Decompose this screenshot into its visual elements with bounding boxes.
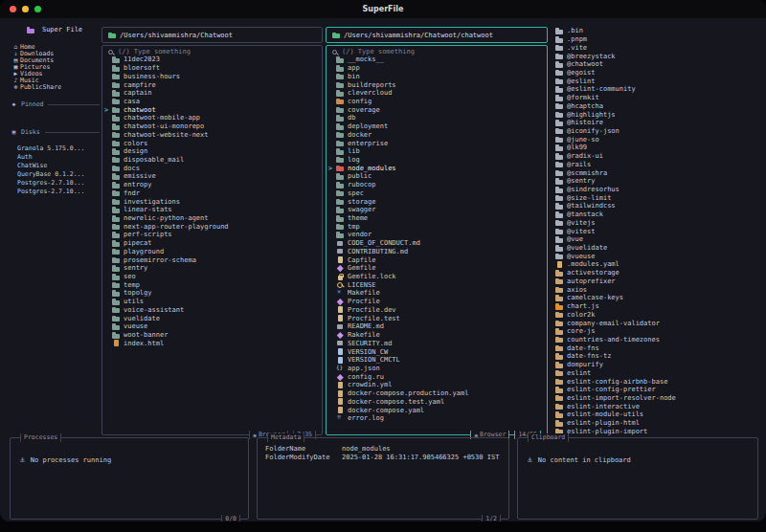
file-row[interactable]: > woot-banner [102, 331, 322, 340]
disk-item[interactable]: Auth [10, 152, 100, 161]
preview-row[interactable]: company-email-validator [553, 319, 760, 327]
preview-row[interactable]: eslint-plugin-import [553, 428, 760, 436]
preview-row[interactable]: @eslint [553, 77, 760, 85]
file-row[interactable]: > perf-scripts [102, 231, 322, 239]
preview-row[interactable]: .vite [553, 43, 760, 52]
file-row[interactable]: > topolgy [102, 289, 322, 298]
preview-row[interactable]: eslint-import-resolver-node [553, 394, 760, 403]
preview-row[interactable]: @eslint-community [553, 85, 760, 94]
file-row[interactable]: > emissive [102, 172, 322, 181]
file-row[interactable]: > README.md [327, 322, 547, 331]
preview-row[interactable]: date-fns-tz [553, 352, 760, 361]
file-row[interactable]: > next-app-router-playground [102, 222, 322, 231]
file-row[interactable]: > error.log [327, 414, 547, 423]
preview-row[interactable]: eslint-module-utils [553, 410, 760, 419]
file-row[interactable]: > seo [102, 273, 322, 281]
file-row[interactable]: > design [102, 147, 322, 156]
file-row[interactable]: > campfire [102, 80, 322, 89]
sidebar-item[interactable]: ⇓ Downloads [10, 51, 100, 57]
preview-row[interactable]: @egoist [553, 69, 760, 78]
preview-row[interactable]: dompurify [553, 361, 760, 369]
file-row[interactable]: > 11dec2023 [102, 55, 322, 64]
preview-row[interactable]: countries-and-timezones [553, 336, 760, 344]
file-row[interactable]: > public [327, 172, 547, 181]
file-row[interactable]: > vuelidate [102, 314, 322, 322]
sidebar-item[interactable]: ▤ Documents [10, 57, 100, 64]
file-row[interactable]: > CODE_OF_CONDUCT.md [327, 239, 547, 248]
preview-row[interactable]: @vitest [553, 227, 760, 235]
file-row[interactable]: > sentry [102, 264, 322, 273]
file-row[interactable]: > app.json [327, 365, 547, 373]
preview-row[interactable]: eslint [553, 368, 760, 377]
file-row[interactable]: > storage [327, 197, 547, 206]
preview-row[interactable]: @vuelidate [553, 244, 760, 253]
preview-row[interactable]: @tanstack [553, 211, 760, 219]
disk-item[interactable]: Granola 5.175.0... [10, 144, 100, 152]
file-row[interactable]: > VERSION_CMCTL [327, 356, 547, 365]
preview-row[interactable]: @sentry [553, 177, 760, 186]
file-row[interactable]: > buildreports [327, 80, 547, 89]
file-row[interactable]: > vendor [327, 231, 547, 239]
preview-row[interactable]: @radix-ui [553, 152, 760, 161]
file-row[interactable]: > docker-compose.yaml [327, 406, 547, 414]
file-row[interactable]: > tmp [327, 222, 547, 231]
file-row[interactable]: > chatwoot-website-next [102, 130, 322, 139]
file-row[interactable]: > node_modules [327, 164, 547, 172]
file-row[interactable]: > vueuse [102, 322, 322, 331]
preview-row[interactable]: @breezystack [553, 52, 760, 60]
file-row[interactable]: > coverage [327, 105, 547, 114]
preview-row[interactable]: color2k [553, 310, 760, 319]
preview-row[interactable]: date-fns [553, 344, 760, 352]
sidebar-item[interactable]: ♪ Music [10, 77, 100, 83]
preview-row[interactable]: eslint-interactive [553, 402, 760, 410]
file-row[interactable]: > db [327, 114, 547, 122]
preview-row[interactable]: activestorage [553, 269, 760, 277]
file-row[interactable]: > Capfile [327, 255, 547, 264]
file-row[interactable]: > __mocks__ [327, 55, 547, 64]
preview-row[interactable]: eslint-config-prettier [553, 386, 760, 394]
preview-row[interactable]: @chatwoot [553, 60, 760, 69]
minimize-window-button[interactable] [22, 6, 29, 12]
disk-item[interactable]: QueryBase 0.1.2... [10, 169, 100, 178]
preview-row[interactable]: camelcase-keys [553, 294, 760, 302]
file-row[interactable]: > investigations [102, 197, 322, 206]
preview-row[interactable]: chart.js [553, 302, 760, 311]
preview-row[interactable]: @vitejs [553, 219, 760, 228]
preview-row[interactable]: @size-limit [553, 193, 760, 202]
file-row[interactable]: > config.ru [327, 372, 547, 381]
file-row[interactable]: > Makefile [327, 289, 547, 298]
file-row[interactable]: > colors [102, 139, 322, 147]
preview-row[interactable]: autoprefixer [553, 277, 760, 286]
preview-row[interactable]: core-js [553, 327, 760, 336]
file-row[interactable]: > log [327, 156, 547, 165]
disk-item[interactable]: Postgres-2.7.10... [10, 178, 100, 187]
file-row[interactable]: > captain [102, 89, 322, 98]
preview-row[interactable]: @lk99 [553, 144, 760, 152]
file-row[interactable]: > Procfile.dev [327, 306, 547, 315]
search-input[interactable]: (/) Type something [102, 46, 322, 55]
file-row[interactable]: > Gemfile [327, 264, 547, 273]
preview-row[interactable]: eslint-plugin-html [553, 419, 760, 428]
search-input[interactable]: (/) Type something [327, 46, 547, 55]
file-row[interactable]: > chatwoot-ui-monorepo [102, 122, 322, 131]
preview-row[interactable]: @tailwindcss [553, 202, 760, 211]
sidebar-item[interactable]: ⊕ PublicShare [10, 83, 100, 90]
close-window-button[interactable] [10, 6, 16, 12]
file-row[interactable]: > VERSION_CW [327, 347, 547, 356]
preview-row[interactable]: .pnpm [553, 35, 760, 44]
file-row[interactable]: > Procfile [327, 298, 547, 306]
file-row[interactable]: > entropy [102, 181, 322, 189]
preview-row[interactable]: .modules.yaml [553, 260, 760, 269]
preview-row[interactable]: @june-so [553, 135, 760, 144]
file-row[interactable]: > clevercloud [327, 89, 547, 98]
preview-row[interactable]: @rails [553, 161, 760, 169]
file-row[interactable]: > utils [102, 298, 322, 306]
preview-row[interactable]: @formkit [553, 94, 760, 102]
file-row[interactable]: > LICENSE [327, 280, 547, 289]
preview-row[interactable]: @vueuse [553, 252, 760, 260]
file-row[interactable]: > fndr [102, 189, 322, 198]
file-row[interactable]: > theme [327, 214, 547, 223]
file-row[interactable]: > crowdin.yml [327, 381, 547, 389]
preview-row[interactable]: eslint-config-airbnb-base [553, 377, 760, 386]
maximize-window-button[interactable] [34, 6, 41, 12]
